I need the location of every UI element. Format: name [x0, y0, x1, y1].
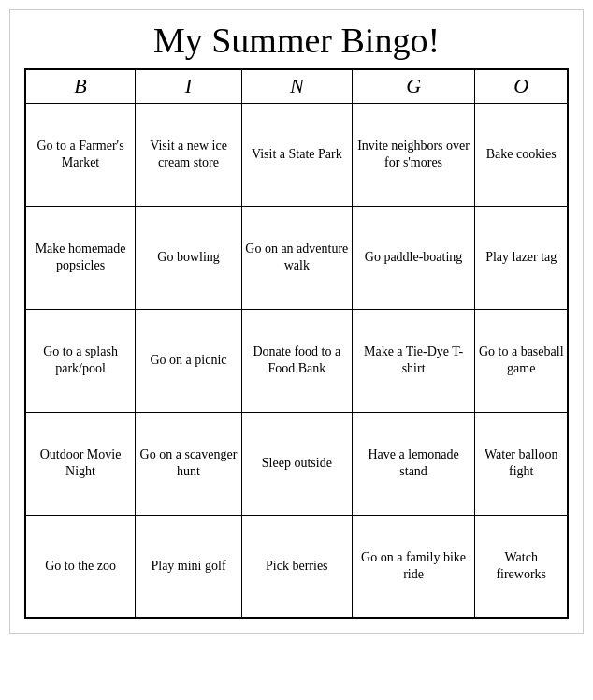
cell-r4-c4: Watch fireworks	[475, 515, 568, 618]
cell-r3-c0: Outdoor Movie Night	[25, 412, 136, 515]
cell-r1-c0: Make homemade popsicles	[25, 206, 136, 309]
page-container: My Summer Bingo! BINGO Go to a Farmer's …	[9, 9, 584, 634]
cell-r2-c2: Donate food to a Food Bank	[241, 309, 352, 412]
cell-r3-c1: Go on a scavenger hunt	[136, 412, 242, 515]
table-row: Go to a Farmer's MarketVisit a new ice c…	[25, 103, 568, 206]
header-cell-i: I	[136, 69, 242, 103]
bingo-table: BINGO Go to a Farmer's MarketVisit a new…	[24, 68, 569, 619]
cell-r0-c1: Visit a new ice cream store	[136, 103, 242, 206]
header-cell-n: N	[241, 69, 352, 103]
cell-r4-c3: Go on a family bike ride	[352, 515, 475, 618]
table-row: Go to the zooPlay mini golfPick berriesG…	[25, 515, 568, 618]
cell-r2-c0: Go to a splash park/pool	[25, 309, 136, 412]
cell-r1-c4: Play lazer tag	[475, 206, 568, 309]
cell-r0-c2: Visit a State Park	[241, 103, 352, 206]
header-cell-g: G	[352, 69, 475, 103]
cell-r2-c3: Make a Tie-Dye T-shirt	[352, 309, 475, 412]
cell-r2-c1: Go on a picnic	[136, 309, 242, 412]
cell-r1-c2: Go on an adventure walk	[241, 206, 352, 309]
cell-r4-c2: Pick berries	[241, 515, 352, 618]
header-cell-o: O	[475, 69, 568, 103]
table-row: Outdoor Movie NightGo on a scavenger hun…	[25, 412, 568, 515]
cell-r3-c2: Sleep outside	[241, 412, 352, 515]
cell-r4-c0: Go to the zoo	[25, 515, 136, 618]
cell-r3-c4: Water balloon fight	[475, 412, 568, 515]
cell-r4-c1: Play mini golf	[136, 515, 242, 618]
cell-r1-c1: Go bowling	[136, 206, 242, 309]
cell-r3-c3: Have a lemonade stand	[352, 412, 475, 515]
table-row: Make homemade popsiclesGo bowlingGo on a…	[25, 206, 568, 309]
page-title: My Summer Bingo!	[24, 20, 569, 61]
cell-r2-c4: Go to a baseball game	[475, 309, 568, 412]
header-cell-b: B	[25, 69, 136, 103]
cell-r0-c3: Invite neighbors over for s'mores	[352, 103, 475, 206]
table-row: Go to a splash park/poolGo on a picnicDo…	[25, 309, 568, 412]
cell-r1-c3: Go paddle-boating	[352, 206, 475, 309]
cell-r0-c0: Go to a Farmer's Market	[25, 103, 136, 206]
bingo-body: Go to a Farmer's MarketVisit a new ice c…	[25, 103, 568, 618]
header-row: BINGO	[25, 69, 568, 103]
cell-r0-c4: Bake cookies	[475, 103, 568, 206]
